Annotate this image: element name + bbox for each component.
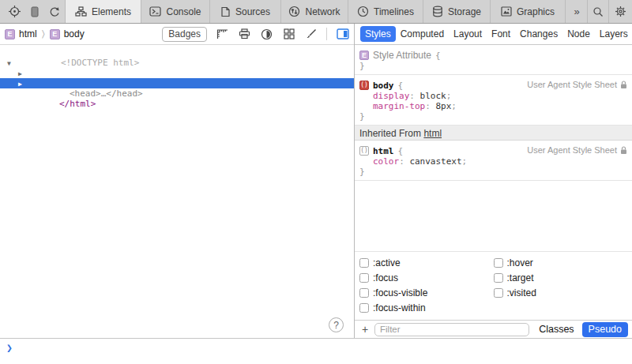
elements-icon [75,6,87,17]
toolbar-right: » [565,0,632,23]
close-brace: } [359,111,627,122]
tab-node[interactable]: Node [562,26,595,42]
pseudo-hover[interactable]: :hover [494,255,628,270]
inherited-link-html[interactable]: html [423,128,442,139]
styles-sidebar: E Style Attribute { } User Agent Style S… [355,45,632,338]
console-prompt-icon[interactable]: ❯ [6,342,13,354]
grid-overlay-icon[interactable] [282,28,295,41]
dom-node-html-open[interactable]: ▼ <html lang="en"> [0,58,354,68]
tab-storage[interactable]: Storage [423,0,490,23]
new-rule-button[interactable]: + [359,323,371,336]
divider [326,28,327,40]
graphics-icon [501,6,512,17]
rule-selector[interactable]: html [373,146,394,156]
open-brace: { [398,146,404,156]
tab-changes[interactable]: Changes [515,26,562,42]
pseudo-target-checkbox[interactable] [494,273,503,283]
css-property[interactable]: margin-top: 8px; [359,101,627,111]
pseudo-toggle-button[interactable]: Pseudo [582,322,628,337]
device-mode-icon[interactable] [29,5,40,19]
reload-icon[interactable] [48,5,61,19]
dom-breadcrumb-bar: E html 〉 E body Badges [0,24,354,45]
lock-icon [620,81,627,89]
pseudo-focus-within-checkbox[interactable] [359,303,369,313]
badges-button[interactable]: Badges [162,27,207,42]
paint-flashing-icon[interactable] [304,28,318,41]
html-close-tag-text: </html> [42,99,96,109]
web-inspector-window: Elements Console Sources Network Timelin… [0,0,632,364]
dom-node-head[interactable]: ▶ <head>…</head> [0,68,354,78]
appearance-contrast-icon[interactable] [260,28,273,41]
dom-node-body-selected[interactable]: ▶ <body>…</body> = $0 [0,78,354,88]
settings-button[interactable] [608,0,632,23]
tab-styles[interactable]: Styles [360,26,396,42]
rule-origin: User Agent Style Sheet [527,145,627,155]
breadcrumb-item-html[interactable]: html [19,28,37,39]
pseudo-focus-within[interactable]: :focus-within [359,300,494,315]
tab-network[interactable]: Network [280,0,348,23]
storage-icon [432,6,443,17]
rule-selector[interactable]: body [373,81,394,91]
pseudo-focus-visible[interactable]: :focus-visible [359,285,494,300]
toggle-details-sidebar-icon[interactable] [336,28,349,41]
lock-icon [620,146,627,155]
element-badge-icon: E [5,29,15,39]
tab-label: Storage [448,6,481,17]
pseudo-active-checkbox[interactable] [359,258,369,268]
search-button[interactable] [587,0,608,23]
pseudo-hover-checkbox[interactable] [494,258,503,268]
html-rule-section: User Agent Style Sheet () html { color: … [355,141,632,181]
dom-node-doctype[interactable]: <!DOCTYPE html> [0,47,354,58]
styles-filter-input[interactable] [374,323,529,336]
tab-timelines[interactable]: Timelines [348,0,423,23]
css-rule-icon: () [359,81,369,90]
css-rule-icon: () [359,146,369,156]
more-tabs-button[interactable]: » [565,0,587,23]
inspect-element-icon[interactable] [8,5,21,19]
open-brace: { [398,81,404,91]
pseudo-visited[interactable]: :visited [494,285,628,300]
origin-label: User Agent Style Sheet [527,145,617,155]
css-property[interactable]: display: block; [359,91,627,101]
pseudo-visited-checkbox[interactable] [494,288,503,298]
styles-filter-bar: + Classes Pseudo [355,320,632,338]
gear-icon [615,6,626,17]
breadcrumb-item-body[interactable]: body [64,28,85,39]
tab-label: Timelines [374,6,414,17]
pseudo-focus[interactable]: :focus [359,270,494,285]
rulers-icon[interactable] [216,28,229,41]
tab-console[interactable]: Console [141,0,209,23]
tab-graphics[interactable]: Graphics [490,0,565,23]
tab-elements[interactable]: Elements [65,0,141,23]
pseudo-target[interactable]: :target [494,270,628,285]
tab-layers[interactable]: Layers [595,26,632,42]
dom-tree-panel: <!DOCTYPE html> ▼ <html lang="en"> ▶ <he… [0,45,354,338]
pseudo-focus-checkbox[interactable] [359,273,369,283]
print-styles-icon[interactable] [238,28,251,41]
tab-label: Sources [235,6,270,17]
tab-sources[interactable]: Sources [209,0,280,23]
tab-label: Console [166,6,201,17]
pseudo-class-panel: :active :focus :focus-visible :focu [355,251,632,320]
css-property[interactable]: color: canvastext; [359,156,627,167]
toolbar-buttons [0,0,65,23]
main-toolbar: Elements Console Sources Network Timelin… [0,0,632,24]
open-brace: { [435,51,441,61]
tab-font[interactable]: Font [487,26,515,42]
pseudo-focus-visible-checkbox[interactable] [359,288,369,298]
dom-node-html-close[interactable]: </html> [0,88,354,99]
element-badge-icon: E [50,29,60,39]
classes-toggle-button[interactable]: Classes [539,324,574,335]
origin-label: User Agent Style Sheet [527,80,617,89]
tab-computed[interactable]: Computed [396,26,449,42]
style-attribute-section: E Style Attribute { } [355,45,632,75]
pseudo-active[interactable]: :active [359,255,494,270]
dom-toolbar-buttons: Badges [162,27,349,42]
tab-layout[interactable]: Layout [449,26,487,42]
console-icon [149,6,161,17]
body-rule-section: User Agent Style Sheet () body { display… [355,75,632,126]
quick-console[interactable]: ❯ [0,338,632,364]
help-button[interactable]: ? [329,317,344,332]
style-attribute-title[interactable]: Style Attribute [373,50,431,61]
tab-label: Graphics [517,6,555,17]
